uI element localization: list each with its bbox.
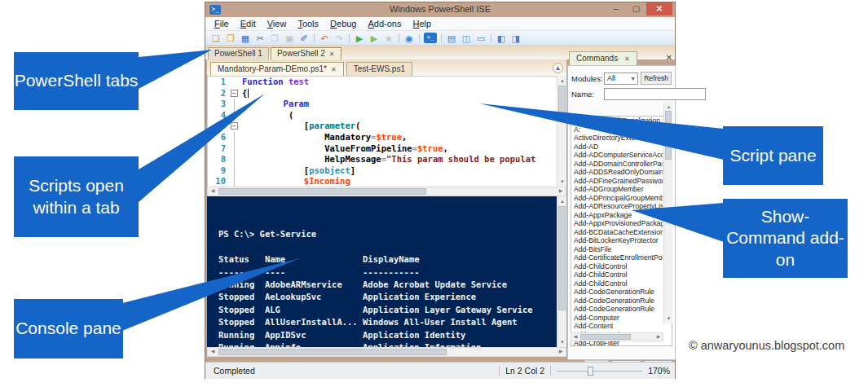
- scroll-left-icon[interactable]: ◀: [571, 332, 579, 341]
- command-list-item[interactable]: Add-Content: [571, 322, 663, 331]
- scrollbar-thumb[interactable]: [558, 206, 566, 310]
- paste-icon[interactable]: ▣: [282, 32, 297, 45]
- menu-help[interactable]: Help: [407, 19, 437, 29]
- scrollbar-thumb[interactable]: [218, 349, 447, 355]
- run-script-icon[interactable]: ▶: [352, 32, 367, 45]
- command-list-item[interactable]: Add-BitsFile: [571, 245, 663, 254]
- run-selection-icon[interactable]: ▶: [367, 32, 381, 45]
- maximize-button[interactable]: ▢: [626, 2, 646, 15]
- command-list-hscrollbar[interactable]: ◀ ▶: [571, 332, 663, 341]
- console-pane[interactable]: PS C:\> Get-ServiceStatus Name DisplayNa…: [207, 196, 566, 347]
- command-list-item[interactable]: 1Level-Manual-Serialization.ps1: [571, 117, 663, 125]
- commands-tab[interactable]: Commands ✕: [569, 51, 637, 65]
- command-list-item[interactable]: Add-ChildControl: [571, 262, 663, 271]
- scrollbar-thumb[interactable]: [218, 188, 426, 195]
- name-input[interactable]: [604, 88, 706, 100]
- script-pane-vscrollbar[interactable]: ▲ ▼: [557, 76, 566, 187]
- close-icon[interactable]: ✕: [624, 55, 630, 63]
- open-script-icon[interactable]: ❒: [223, 32, 238, 45]
- fold-collapse-icon[interactable]: −: [231, 122, 238, 130]
- close-button[interactable]: ✕: [646, 2, 672, 15]
- new-script-icon[interactable]: ❏: [209, 32, 223, 45]
- scroll-down-icon[interactable]: ▼: [557, 337, 567, 347]
- script-pane-editor[interactable]: 1Function test2−{3 Param4 (5− [parameter…: [207, 76, 566, 187]
- command-list-item[interactable]: Add-AppxProvisionedPackage: [571, 219, 663, 228]
- redo-icon[interactable]: ↷: [332, 32, 346, 45]
- show-command-icon[interactable]: ◧: [494, 32, 509, 45]
- toolbar-separator: [419, 33, 420, 43]
- scroll-right-icon[interactable]: ▶: [654, 332, 663, 341]
- scroll-left-icon[interactable]: ◀: [208, 347, 218, 356]
- remote-powershell-tab-icon[interactable]: ◉: [402, 32, 416, 45]
- menu-edit[interactable]: Edit: [235, 19, 262, 29]
- command-list-item[interactable]: Add-AppxPackage: [571, 211, 663, 220]
- titlebar[interactable]: >_ Windows PowerShell ISE – ▢ ✕: [205, 2, 675, 17]
- scrollbar-thumb[interactable]: [665, 111, 672, 160]
- console-hscrollbar[interactable]: ◀ ▶: [207, 347, 566, 357]
- scroll-down-icon[interactable]: ▼: [664, 314, 673, 323]
- command-list-item[interactable]: Add-ADResourcePropertyListMember: [571, 202, 663, 211]
- command-list-item[interactable]: Add-Computer: [571, 314, 663, 323]
- close-icon[interactable]: ✕: [331, 66, 337, 73]
- command-list-item[interactable]: Add-ADDomainControllerPasswordReplica: [571, 160, 663, 169]
- clear-console-icon[interactable]: ✐: [297, 32, 311, 45]
- menu-addons[interactable]: Add-ons: [363, 19, 408, 29]
- command-list[interactable]: 1Level-Manual-Serialization.ps1A:ActiveD…: [571, 116, 672, 346]
- scrollbar-thumb[interactable]: [558, 86, 566, 120]
- scrollbar-thumb[interactable]: [580, 334, 631, 340]
- script-file-tab-1[interactable]: Mandatory-Param-DEmo.ps1*✕: [210, 62, 344, 76]
- powershell-tab-1[interactable]: PowerShell 1: [208, 47, 269, 59]
- command-list-vscrollbar[interactable]: ▲ ▼: [663, 102, 672, 323]
- minimize-button[interactable]: –: [606, 2, 626, 15]
- zoom-slider-thumb[interactable]: [588, 367, 593, 376]
- collapse-script-pane-icon[interactable]: ▲: [553, 63, 563, 73]
- layout-script-top-icon[interactable]: ▤: [444, 32, 459, 45]
- menu-tools[interactable]: Tools: [292, 19, 324, 29]
- fold-collapse-icon[interactable]: −: [231, 90, 238, 97]
- save-icon[interactable]: ▦: [238, 32, 253, 45]
- script-pane-hscrollbar[interactable]: ◀ ▶: [207, 187, 566, 196]
- scroll-right-icon[interactable]: ▶: [556, 347, 566, 356]
- command-list-item[interactable]: Add-CodeGenerationRule: [571, 297, 663, 306]
- command-list-item[interactable]: Add-BCDataCacheExtension: [571, 228, 663, 237]
- command-list-item[interactable]: Add-BitLockerKeyProtector: [571, 236, 663, 245]
- powershell-exe-icon[interactable]: >_: [424, 33, 437, 43]
- command-list-item[interactable]: Add-ADFineGrainedPasswordPolicySubject: [571, 177, 663, 186]
- command-list-item[interactable]: A:: [571, 125, 663, 134]
- menu-debug[interactable]: Debug: [324, 19, 362, 29]
- scroll-left-icon[interactable]: ◀: [208, 187, 218, 196]
- command-list-item[interactable]: Add-ChildControl: [571, 270, 663, 279]
- menu-file[interactable]: File: [209, 19, 235, 29]
- addon-pane-close-icon[interactable]: ✕: [664, 53, 674, 62]
- console-vscrollbar[interactable]: ▲ ▼: [557, 196, 566, 347]
- command-list-item[interactable]: Add-CodeGenerationRule: [571, 305, 663, 314]
- layout-script-max-icon[interactable]: ▭: [474, 32, 488, 45]
- command-list-item[interactable]: Add-ADPrincipalGroupMembership: [571, 194, 663, 203]
- zoom-slider[interactable]: [557, 366, 642, 376]
- layout-script-right-icon[interactable]: ◫: [459, 32, 474, 45]
- command-list-item[interactable]: Add-ChildControl: [571, 279, 663, 288]
- scroll-right-icon[interactable]: ▶: [556, 187, 566, 196]
- refresh-button[interactable]: Refresh: [641, 72, 672, 85]
- command-list-item[interactable]: Add-ADGroupMember: [571, 185, 663, 194]
- command-list-item[interactable]: Add-CertificateEnrollmentPolicyServer: [571, 253, 663, 262]
- script-file-tab-2[interactable]: Test-EWS.ps1: [346, 62, 412, 76]
- code-text: HelpMessage="This param should be popula…: [242, 154, 535, 165]
- scroll-up-icon[interactable]: ▲: [557, 76, 567, 86]
- powershell-tab-2[interactable]: PowerShell 2✕: [271, 47, 341, 59]
- close-icon[interactable]: ✕: [329, 51, 335, 58]
- show-command-window-icon[interactable]: ◨: [509, 32, 523, 45]
- command-list-item[interactable]: ActiveDirectoryExtension.ps1: [571, 134, 663, 143]
- command-list-item[interactable]: Add-CodeGenerationRule: [571, 288, 663, 297]
- modules-dropdown[interactable]: All ▼: [604, 73, 638, 85]
- cut-icon[interactable]: ✂: [253, 32, 267, 45]
- command-list-item[interactable]: Add-ADComputerServiceAccount: [571, 151, 663, 160]
- scroll-up-icon[interactable]: ▲: [557, 196, 567, 206]
- command-list-item[interactable]: Add-ADDSReadOnlyDomainControllerAcco: [571, 168, 663, 177]
- command-list-item[interactable]: Add-AD: [571, 143, 663, 152]
- menu-view[interactable]: View: [262, 19, 293, 29]
- stop-icon[interactable]: ■: [381, 32, 396, 45]
- scroll-down-icon[interactable]: ▼: [557, 177, 567, 187]
- undo-icon[interactable]: ↶: [317, 32, 332, 45]
- copy-icon[interactable]: ❐: [267, 32, 282, 45]
